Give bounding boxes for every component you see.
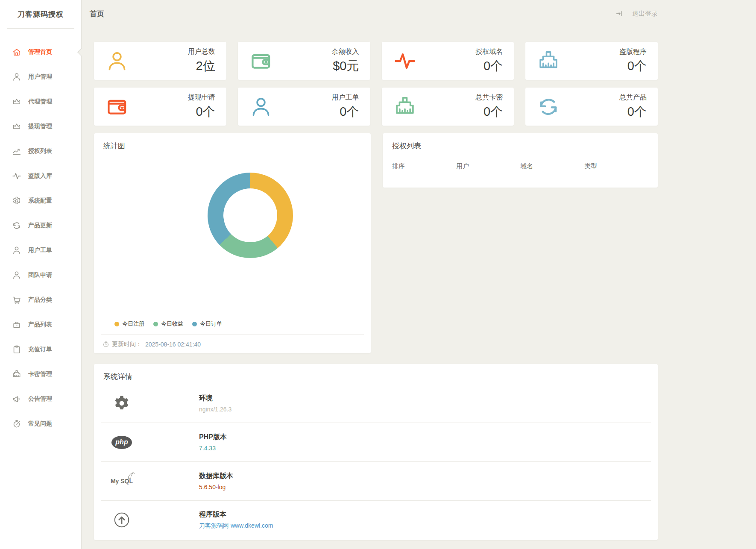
system-details-panel: 系统详情 环境 nginx/1.26.3 php PHP版本 7.4.33 My… bbox=[94, 364, 658, 540]
legend-label: 今日订单 bbox=[200, 320, 222, 328]
stat-value: $0元 bbox=[332, 58, 359, 75]
sidebar-item-product-category[interactable]: 产品分类 bbox=[0, 288, 81, 312]
sidebar-menu: 管理首页 用户管理 代理管理 提现管理 授权列表 盗版入库 系统配置 产品更新 … bbox=[0, 29, 81, 436]
donut-chart bbox=[208, 173, 293, 258]
system-row-label: PHP版本 bbox=[199, 433, 227, 442]
system-row-label: 程序版本 bbox=[199, 510, 273, 519]
sidebar-item-agents[interactable]: 代理管理 bbox=[0, 89, 81, 114]
legend-label: 今日注册 bbox=[122, 320, 144, 328]
stat-label: 余额收入 bbox=[332, 47, 359, 56]
system-row-value: 刀客源码网 www.dkewl.com bbox=[199, 522, 273, 530]
sidebar-item-label: 团队申请 bbox=[28, 271, 52, 279]
sidebar-item-card-keys[interactable]: 卡密管理 bbox=[0, 362, 81, 387]
sidebar-item-label: 系统配置 bbox=[28, 197, 52, 205]
stat-card: 总共产品 0个 bbox=[525, 88, 658, 126]
sidebar-item-announcements[interactable]: 公告管理 bbox=[0, 387, 81, 411]
mysql-logo-icon: My SQL bbox=[108, 478, 135, 484]
legend-item[interactable]: 今日订单 bbox=[192, 320, 222, 328]
auth-column-header: 排序 bbox=[392, 162, 456, 170]
brush-icon bbox=[12, 369, 22, 379]
stat-label: 总共产品 bbox=[619, 93, 647, 102]
middle-row: 统计图 今日注册 今日收益 今日订单 更新时间： 2025-08-16 02:4… bbox=[94, 133, 658, 353]
user-icon bbox=[105, 49, 129, 73]
legend-label: 今日收益 bbox=[161, 320, 183, 328]
sidebar-item-auth-list[interactable]: 授权列表 bbox=[0, 139, 81, 164]
stat-label: 盗版程序 bbox=[619, 47, 647, 56]
sidebar-item-label: 提现管理 bbox=[28, 123, 52, 130]
system-row: 程序版本 刀客源码网 www.dkewl.com bbox=[101, 500, 651, 539]
stat-label: 授权域名 bbox=[475, 47, 503, 56]
sidebar-item-withdraw[interactable]: 提现管理 bbox=[0, 114, 81, 139]
sidebar-item-piracy[interactable]: 盗版入库 bbox=[0, 164, 81, 188]
brush-icon bbox=[536, 49, 560, 73]
stat-label: 提现申请 bbox=[188, 93, 215, 102]
stat-label: 用户工单 bbox=[332, 93, 359, 102]
page-title: 首页 bbox=[90, 9, 104, 19]
sidebar-item-system-config[interactable]: 系统配置 bbox=[0, 188, 81, 213]
chart-footer-divider bbox=[101, 334, 364, 335]
legend-item[interactable]: 今日收益 bbox=[153, 320, 183, 328]
auth-list-title: 授权列表 bbox=[383, 133, 658, 151]
sidebar-item-user-tickets[interactable]: 用户工单 bbox=[0, 238, 81, 263]
trend-icon bbox=[12, 146, 22, 156]
megaphone-icon bbox=[12, 394, 22, 404]
sidebar: 刀客源码授权 管理首页 用户管理 代理管理 提现管理 授权列表 盗版入库 系统配… bbox=[0, 0, 82, 549]
stat-value: 0个 bbox=[475, 103, 503, 120]
statistics-panel: 统计图 今日注册 今日收益 今日订单 更新时间： 2025-08-16 02:4… bbox=[94, 133, 371, 353]
sidebar-item-users[interactable]: 用户管理 bbox=[0, 65, 81, 89]
stat-card: 盗版程序 0个 bbox=[525, 42, 658, 80]
auth-column-header: 类型 bbox=[584, 162, 648, 170]
sidebar-item-label: 产品更新 bbox=[28, 222, 52, 229]
legend-dot bbox=[114, 322, 119, 326]
stat-value: 0个 bbox=[619, 103, 647, 120]
statistics-panel-title: 统计图 bbox=[94, 133, 371, 151]
box-icon bbox=[12, 320, 22, 330]
system-row: My SQL 数据库版本 5.6.50-log bbox=[101, 461, 651, 500]
legend-dot bbox=[153, 322, 158, 326]
sync-icon bbox=[536, 95, 560, 119]
sidebar-item-label: 充值订单 bbox=[28, 346, 52, 353]
stat-card: 余额收入 $0元 bbox=[238, 42, 370, 80]
stat-label: 用户总数 bbox=[188, 47, 215, 56]
sidebar-item-label: 公告管理 bbox=[28, 395, 52, 403]
wallet-icon bbox=[249, 49, 273, 73]
sidebar-item-label: 管理首页 bbox=[28, 48, 52, 56]
user-icon bbox=[12, 72, 22, 82]
auth-list-header-row: 排序用户域名类型 bbox=[383, 162, 658, 170]
auth-column-header: 用户 bbox=[456, 162, 520, 170]
user-icon bbox=[12, 270, 22, 280]
stat-cards: 用户总数 2位 余额收入 $0元 授权域名 0个 盗版程序 0个 提现申请 0个 bbox=[94, 42, 658, 126]
sidebar-item-recharge-orders[interactable]: 充值订单 bbox=[0, 337, 81, 362]
sidebar-item-product-update[interactable]: 产品更新 bbox=[0, 213, 81, 238]
sidebar-item-label: 用户工单 bbox=[28, 247, 52, 254]
stat-value: 2位 bbox=[188, 58, 215, 75]
sidebar-item-dashboard[interactable]: 管理首页 bbox=[0, 40, 81, 65]
sidebar-item-faq[interactable]: 常见问题 bbox=[0, 411, 81, 436]
auth-list-panel: 授权列表 排序用户域名类型 bbox=[383, 133, 658, 188]
brush-icon bbox=[393, 95, 417, 119]
user-icon bbox=[12, 245, 22, 255]
system-row-value: 5.6.50-log bbox=[199, 484, 233, 490]
system-row-value: 7.4.33 bbox=[199, 445, 227, 452]
stat-value: 0个 bbox=[332, 103, 359, 120]
content: 用户总数 2位 余额收入 $0元 授权域名 0个 盗版程序 0个 提现申请 0个 bbox=[81, 27, 756, 540]
gear-solid-icon bbox=[108, 394, 135, 412]
user-icon bbox=[249, 95, 273, 119]
crown-icon bbox=[12, 97, 22, 107]
system-row: 环境 nginx/1.26.3 bbox=[101, 384, 651, 423]
program-version-link[interactable]: 刀客源码网 www.dkewl.com bbox=[199, 522, 273, 529]
system-row-label: 数据库版本 bbox=[199, 472, 233, 481]
sidebar-item-product-list[interactable]: 产品列表 bbox=[0, 312, 81, 337]
pulse-icon bbox=[393, 49, 417, 73]
sidebar-item-team-apply[interactable]: 团队申请 bbox=[0, 263, 81, 288]
update-time-value: 2025-08-16 02:41:40 bbox=[145, 341, 201, 348]
legend-item[interactable]: 今日注册 bbox=[114, 320, 144, 328]
home-icon bbox=[12, 47, 22, 57]
stat-card: 用户工单 0个 bbox=[238, 88, 370, 126]
cart-icon bbox=[12, 295, 22, 305]
logout-icon bbox=[614, 9, 624, 19]
logout-button[interactable]: 退出登录 bbox=[614, 9, 658, 19]
legend-dot bbox=[192, 322, 197, 326]
stat-label: 总共卡密 bbox=[475, 93, 503, 102]
sidebar-item-label: 盗版入库 bbox=[28, 172, 52, 180]
